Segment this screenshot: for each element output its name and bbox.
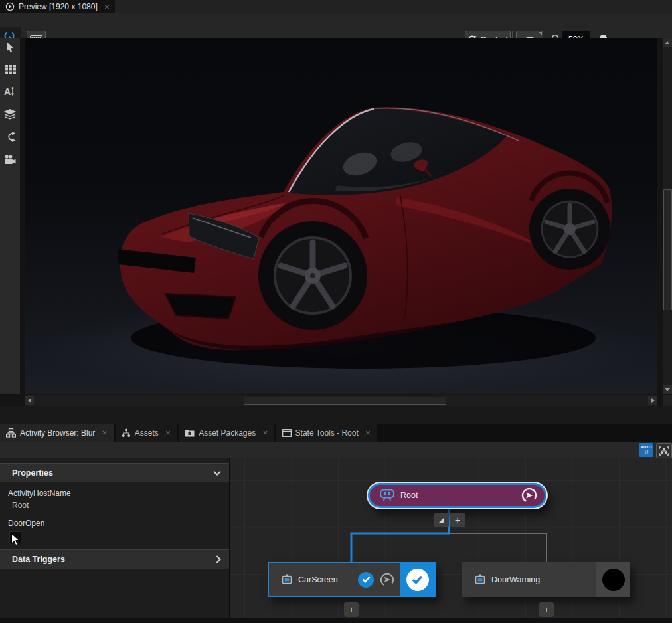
plus-icon: + [544, 605, 549, 614]
node-label: Root [400, 491, 515, 500]
node-root[interactable]: Root [368, 483, 546, 508]
properties-header-label: Properties [12, 468, 53, 478]
mouse-cursor [11, 533, 20, 546]
activity-icon [474, 574, 486, 586]
text-tool-icon: A [4, 86, 16, 97]
layers-icon [4, 109, 16, 120]
chevron-down-icon [213, 470, 221, 476]
grid-tool-button[interactable] [3, 63, 17, 76]
tab-label: State Tools - Root [295, 428, 359, 438]
properties-header[interactable]: Properties [0, 463, 229, 482]
window-icon [282, 429, 292, 437]
plus-icon: + [349, 605, 354, 614]
preview-vscrollbar[interactable] [663, 38, 672, 394]
scroll-down-button[interactable] [663, 385, 672, 394]
select-arrow-icon [5, 42, 15, 54]
triangle-left-icon [28, 398, 31, 403]
video-camera-icon [4, 155, 16, 165]
node-body: CarScreen [269, 563, 400, 596]
close-icon[interactable]: ✕ [104, 3, 110, 11]
property-label-dooropen: DoorOpen [8, 519, 44, 528]
transitions-tool-button[interactable] [3, 130, 17, 143]
folder-package-icon [185, 428, 195, 437]
camera-tool-button[interactable] [3, 153, 17, 166]
plus-icon: + [455, 515, 460, 525]
fit-to-view-button[interactable] [656, 443, 672, 458]
status-check-icon [358, 572, 374, 588]
tab-state-tools[interactable]: State Tools - Root ✕ [276, 424, 377, 442]
text-tool-button[interactable]: A [3, 85, 17, 98]
property-value-activityhostname[interactable]: Root [12, 501, 29, 510]
activity-graph-panel[interactable]: Root + CarScreen [230, 458, 672, 618]
tab-label: Asset Packages [199, 428, 256, 438]
node-body: DoorWarning [462, 562, 596, 597]
preview-toolbar: Restart 50% [0, 13, 672, 38]
svg-text:A: A [4, 86, 11, 97]
auto-arrows-icon: ↓↑ [644, 449, 648, 455]
inactive-state-toggle[interactable] [596, 562, 630, 597]
kanzi-studio-window: Preview [1920 x 1080] ✕ [0, 0, 672, 623]
node-doorwarning[interactable]: DoorWarning [462, 562, 630, 597]
layers-tool-button[interactable] [3, 108, 17, 121]
panel-tab-bar: Activity Browser: Blur ✕ Assets ✕ Asset … [0, 424, 672, 442]
car-render [25, 38, 657, 394]
triangle-right-icon [651, 398, 655, 403]
tab-assets[interactable]: Assets ✕ [116, 424, 177, 442]
node-carscreen[interactable]: CarScreen [268, 562, 436, 597]
preview-canvas[interactable] [25, 38, 657, 394]
triangle-down-icon [665, 388, 670, 391]
assets-icon [122, 428, 131, 438]
auto-layout-button[interactable]: AUTO ↓↑ [639, 443, 653, 457]
node-label: DoorWarning [491, 575, 591, 584]
close-icon[interactable]: ✕ [102, 429, 107, 436]
active-state-toggle[interactable] [400, 563, 434, 596]
branch-arrows-icon [5, 132, 16, 142]
active-check-icon [406, 569, 429, 591]
add-child-button[interactable]: + [450, 513, 465, 527]
bottom-edge-strip [0, 618, 672, 623]
grid-icon [5, 65, 16, 74]
preview-region: A [0, 38, 672, 406]
scroll-up-button[interactable] [663, 38, 672, 47]
loop-state-icon[interactable] [379, 572, 395, 588]
vscroll-thumb[interactable] [663, 189, 672, 310]
close-icon[interactable]: ✕ [262, 429, 268, 436]
node-label: CarScreen [298, 575, 353, 584]
tab-preview[interactable]: Preview [1920 x 1080] ✕ [0, 0, 115, 13]
inactive-state-icon [602, 569, 625, 591]
close-icon[interactable]: ✕ [365, 429, 371, 436]
tab-label: Assets [135, 428, 159, 438]
scrollbar-corner [663, 395, 672, 406]
divider-strip [0, 406, 672, 424]
add-child-button[interactable]: + [539, 602, 554, 617]
dropdown-corner-icon [539, 32, 542, 35]
preview-tool-strip: A [0, 38, 20, 394]
close-icon[interactable]: ✕ [165, 429, 171, 436]
activity-icon [281, 574, 293, 586]
chevron-right-icon [216, 555, 221, 563]
scroll-left-button[interactable] [25, 396, 34, 405]
preview-tab-title: Preview [1920 x 1080] [19, 2, 98, 11]
graph-toolbar-strip: AUTO ↓↑ [0, 442, 672, 458]
add-child-button[interactable]: + [344, 602, 359, 617]
scroll-right-button[interactable] [648, 396, 657, 405]
tab-activity-browser[interactable]: Activity Browser: Blur ✕ [0, 424, 114, 442]
hscroll-thumb[interactable] [244, 397, 446, 405]
select-tool-button[interactable] [3, 41, 17, 54]
property-label-activityhostname: ActivityHostName [8, 489, 71, 498]
data-triggers-header-label: Data Triggers [12, 555, 65, 564]
preview-tab-bar: Preview [1920 x 1080] ✕ [0, 0, 672, 13]
triangle-up-icon [665, 41, 670, 44]
tab-asset-packages[interactable]: Asset Packages ✕ [179, 424, 274, 442]
preview-hscrollbar[interactable] [25, 395, 657, 406]
collapse-children-button[interactable] [434, 513, 449, 527]
activity-browser-icon [6, 428, 16, 438]
tab-label: Activity Browser: Blur [20, 428, 95, 438]
play-circle-icon [5, 2, 15, 11]
properties-panel: Properties ActivityHostName Root DoorOpe… [0, 458, 230, 618]
fit-view-icon [659, 446, 669, 456]
collapse-triangle-icon [438, 517, 445, 523]
data-triggers-header[interactable]: Data Triggers [0, 549, 229, 569]
loop-state-icon[interactable] [521, 487, 538, 504]
activity-host-icon [379, 489, 395, 502]
